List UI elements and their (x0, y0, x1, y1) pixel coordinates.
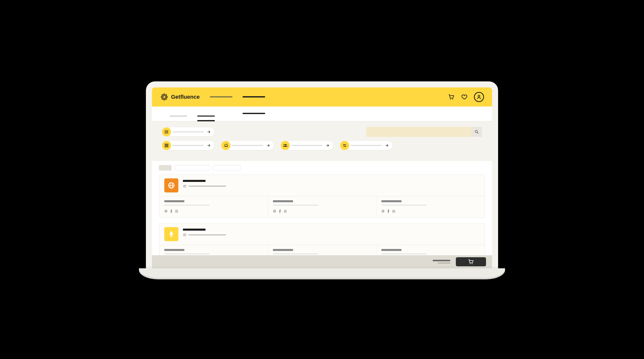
subnav-tab-1[interactable] (170, 111, 187, 121)
profile-icon (476, 94, 482, 100)
brand-logo[interactable]: Getfluence (160, 93, 200, 101)
header-tab-2[interactable] (243, 87, 265, 107)
instagram-icon (175, 210, 178, 213)
chip-active[interactable] (159, 165, 172, 171)
svg-rect-20 (165, 144, 166, 145)
svg-point-47 (285, 211, 286, 212)
card-column[interactable] (376, 196, 485, 218)
chip-filter-1[interactable] (175, 165, 210, 171)
svg-point-25 (284, 144, 285, 145)
screen-frame: Getfluence (146, 81, 498, 268)
result-chips (159, 165, 485, 171)
results-area (152, 161, 492, 267)
header-actions (448, 92, 484, 102)
svg-rect-21 (167, 144, 168, 145)
filter-audience[interactable] (281, 141, 333, 150)
filter-panel (152, 121, 492, 161)
svg-point-54 (394, 210, 395, 211)
chip-filter-2[interactable] (213, 165, 240, 171)
checkout-button[interactable] (456, 257, 486, 266)
globe-icon (168, 182, 175, 189)
svg-point-16 (165, 133, 166, 133)
svg-point-4 (162, 94, 163, 96)
arrow-right-icon (207, 143, 211, 147)
search-input[interactable] (366, 127, 471, 137)
arrow-right-icon (385, 143, 389, 147)
brand-name: Getfluence (171, 94, 200, 100)
sliders-icon (340, 141, 349, 150)
newspaper-icon (183, 184, 186, 188)
svg-point-1 (164, 99, 165, 100)
svg-rect-23 (167, 146, 168, 147)
svg-point-41 (176, 211, 177, 212)
svg-point-10 (452, 98, 453, 99)
svg-point-3 (166, 96, 168, 97)
svg-point-7 (166, 98, 167, 99)
people-icon (281, 141, 290, 150)
social-icons (164, 210, 263, 213)
svg-point-48 (286, 210, 286, 211)
svg-point-6 (162, 98, 163, 99)
profile-button[interactable] (474, 92, 484, 102)
svg-point-12 (165, 130, 166, 131)
app-screen: Getfluence (152, 87, 492, 268)
cart-icon (468, 259, 474, 265)
svg-line-19 (477, 132, 478, 133)
svg-point-11 (478, 95, 480, 97)
filter-category[interactable] (162, 141, 214, 150)
search-button[interactable] (471, 127, 482, 137)
svg-point-78 (472, 263, 472, 264)
globe-small-icon (164, 210, 168, 213)
header-tabs (210, 87, 265, 107)
result-card (159, 175, 485, 218)
card-title (183, 180, 206, 182)
arrow-right-icon (326, 143, 330, 147)
filter-more[interactable] (340, 141, 392, 150)
svg-point-77 (470, 263, 470, 264)
card-title (183, 229, 206, 231)
mic-icon (168, 231, 175, 237)
arrow-right-icon (266, 143, 270, 147)
card-column[interactable] (159, 196, 268, 218)
svg-point-53 (393, 211, 394, 212)
heart-icon (461, 94, 468, 100)
filter-budget[interactable] (221, 141, 274, 150)
card-type-icon (164, 178, 178, 192)
svg-point-9 (450, 98, 451, 99)
header-tab-1[interactable] (210, 87, 232, 107)
laptop-mockup: Getfluence (146, 81, 498, 278)
card-subtitle (188, 186, 226, 187)
svg-point-2 (161, 96, 162, 97)
card-type-icon (164, 227, 178, 241)
svg-rect-55 (171, 232, 172, 235)
list-icon (162, 127, 171, 136)
cart-icon (448, 94, 455, 100)
svg-point-42 (177, 210, 177, 211)
favorites-button[interactable] (461, 93, 468, 100)
search-icon (474, 130, 479, 134)
logo-mark-icon (160, 93, 169, 101)
piggy-icon (221, 141, 230, 150)
svg-point-28 (344, 144, 344, 145)
checkout-summary (433, 260, 450, 264)
svg-point-5 (166, 94, 167, 96)
svg-point-24 (285, 144, 286, 145)
subnav-tab-2[interactable] (197, 111, 215, 121)
svg-point-30 (345, 146, 346, 146)
cart-button[interactable] (448, 93, 455, 100)
search-bar (366, 127, 482, 137)
arrow-right-icon (207, 130, 211, 134)
grid-icon (162, 141, 171, 150)
sub-navigation (152, 107, 492, 121)
svg-point-26 (286, 144, 287, 145)
svg-point-0 (164, 94, 165, 95)
card-subtitle (188, 234, 226, 235)
newspaper-icon (183, 233, 186, 237)
card-column[interactable] (268, 196, 377, 218)
app-header: Getfluence (152, 87, 492, 107)
facebook-icon (170, 210, 172, 213)
primary-filter[interactable] (162, 127, 214, 136)
laptop-base (139, 268, 505, 278)
checkout-bar (152, 255, 492, 268)
svg-point-14 (165, 132, 166, 132)
